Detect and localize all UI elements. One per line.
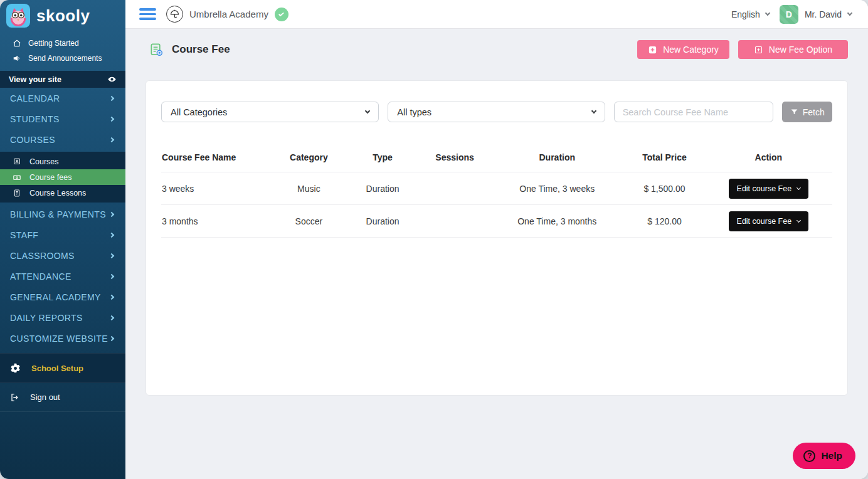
cell-category: Soccer — [272, 205, 346, 238]
main-area: Umbrella Academy English D Mr. David — [125, 0, 868, 479]
help-button[interactable]: Help — [793, 443, 855, 469]
cell-sessions — [420, 172, 490, 205]
new-category-button[interactable]: New Category — [637, 40, 729, 59]
new-fee-option-button[interactable]: New Fee Option — [738, 40, 848, 59]
menu-label: COURSES — [10, 135, 55, 145]
submenu-item-courses[interactable]: Courses — [0, 154, 125, 169]
cell-total-price: $ 120.00 — [624, 205, 704, 238]
sidebar-item-staff[interactable]: STAFF — [0, 224, 125, 245]
sign-out-icon — [10, 392, 20, 403]
chevron-down-icon — [765, 11, 770, 16]
chevron-down-icon — [847, 11, 852, 16]
sidebar-menu: CALENDAR STUDENTS COURSES Courses Course… — [0, 88, 125, 349]
search-input[interactable] — [614, 102, 774, 122]
menu-label: STAFF — [10, 230, 38, 240]
gear-icon — [10, 363, 21, 374]
submenu-item-course-fees[interactable]: Course fees — [0, 169, 125, 185]
megaphone-icon — [13, 54, 21, 63]
chevron-right-icon — [109, 137, 114, 142]
chevron-right-icon — [109, 294, 114, 299]
button-label: Help — [821, 450, 842, 461]
sidebar-item-general-academy[interactable]: GENERAL ACADEMY — [0, 287, 125, 307]
table-header-row: Course Fee Name Category Type Sessions D… — [161, 147, 832, 172]
hamburger-menu-icon[interactable] — [139, 8, 156, 20]
user-menu[interactable]: D Mr. David — [780, 5, 852, 24]
cell-category: Music — [272, 172, 346, 205]
chevron-down-icon — [797, 218, 801, 223]
cell-type: Duration — [346, 205, 420, 238]
category-select[interactable]: All Categories — [161, 102, 379, 122]
content: Course Fee New Category New Fee Option A… — [125, 29, 868, 479]
app-window: skooly Getting Started Send Announcement… — [0, 0, 868, 479]
question-circle-icon — [803, 450, 815, 462]
type-select[interactable]: All types — [388, 102, 605, 122]
button-label: Edit course Fee — [737, 217, 792, 226]
menu-label: DAILY REPORTS — [10, 313, 83, 323]
sidebar-item-classrooms[interactable]: CLASSROOMS — [0, 245, 125, 266]
cell-sessions — [420, 205, 490, 238]
plus-square-icon — [648, 45, 657, 55]
button-label: Fetch — [803, 107, 825, 117]
school-setup-label: School Setup — [31, 364, 83, 373]
cell-name: 3 months — [161, 205, 272, 238]
submenu-item-course-lessons[interactable]: Course Lessons — [0, 185, 125, 201]
selected-type: All types — [397, 107, 431, 117]
cell-total-price: $ 1,500.00 — [624, 172, 704, 205]
view-your-site[interactable]: View your site — [0, 71, 125, 88]
courses-icon — [13, 157, 21, 166]
getting-started-link[interactable]: Getting Started — [0, 36, 125, 51]
user-name: Mr. David — [805, 9, 842, 19]
menu-label: CALENDAR — [10, 93, 60, 103]
chevron-right-icon — [109, 335, 114, 340]
fetch-button[interactable]: Fetch — [782, 102, 832, 122]
cash-icon — [13, 173, 21, 182]
sidebar-item-billing-payments[interactable]: BILLING & PAYMENTS — [0, 204, 125, 224]
submenu-label: Courses — [29, 157, 59, 166]
home-icon — [13, 39, 21, 48]
chevron-right-icon — [109, 253, 114, 258]
sidebar-item-students[interactable]: STUDENTS — [0, 108, 125, 129]
cell-duration: One Time, 3 weeks — [490, 172, 624, 205]
school-name: Umbrella Academy — [189, 9, 268, 19]
filter-funnel-icon — [790, 108, 798, 116]
submenu-label: Course Lessons — [29, 189, 86, 197]
cell-type: Duration — [346, 172, 420, 205]
menu-label: CLASSROOMS — [10, 251, 75, 261]
sign-out-label: Sign out — [30, 392, 60, 402]
umbrella-icon — [166, 6, 183, 23]
chevron-right-icon — [109, 232, 114, 237]
edit-course-fee-button[interactable]: Edit course Fee — [729, 179, 809, 199]
col-action: Action — [705, 147, 832, 172]
plus-square-outline-icon — [754, 45, 763, 55]
chevron-right-icon — [109, 116, 114, 121]
sidebar-item-daily-reports[interactable]: DAILY REPORTS — [0, 307, 125, 328]
brand-logo[interactable]: skooly — [0, 0, 125, 31]
edit-course-fee-button[interactable]: Edit course Fee — [729, 211, 809, 231]
selected-category: All Categories — [171, 107, 227, 117]
course-fee-icon — [149, 43, 164, 57]
quick-link-label: Send Announcements — [28, 54, 102, 63]
col-total-price: Total Price — [624, 147, 704, 172]
chevron-right-icon — [109, 315, 114, 320]
school-setup-link[interactable]: School Setup — [0, 353, 125, 383]
sidebar-item-calendar[interactable]: CALENDAR — [0, 88, 125, 108]
sign-out-link[interactable]: Sign out — [0, 383, 125, 412]
sidebar-item-courses[interactable]: COURSES — [0, 129, 125, 150]
lessons-icon — [13, 189, 21, 197]
skooly-owl-icon — [6, 4, 30, 28]
col-course-fee-name: Course Fee Name — [161, 147, 272, 172]
language-label: English — [731, 9, 760, 19]
menu-label: CUSTOMIZE WEBSITE — [10, 334, 108, 344]
chevron-down-icon — [591, 108, 596, 113]
sidebar-item-attendance[interactable]: ATTENDANCE — [0, 266, 125, 287]
col-category: Category — [272, 147, 346, 172]
menu-label: STUDENTS — [10, 114, 60, 124]
eye-icon — [107, 75, 117, 84]
avatar: D — [780, 5, 798, 24]
send-announcements-link[interactable]: Send Announcements — [0, 51, 125, 66]
school-selector[interactable]: Umbrella Academy — [166, 6, 288, 23]
language-selector[interactable]: English — [731, 9, 770, 19]
sidebar-item-customize-website[interactable]: CUSTOMIZE WEBSITE — [0, 328, 125, 349]
view-site-label: View your site — [9, 75, 61, 84]
chevron-right-icon — [109, 273, 114, 278]
